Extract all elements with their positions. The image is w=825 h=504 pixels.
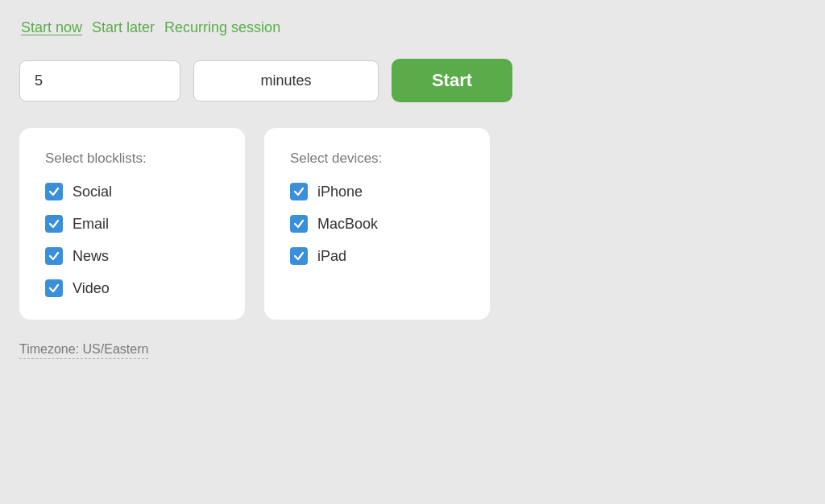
timezone-label: Timezone: US/Eastern bbox=[19, 342, 148, 359]
blocklists-list: Social Email New bbox=[45, 183, 219, 297]
page-container: Start now Start later Recurring session … bbox=[0, 0, 825, 504]
checkbox-label-email: Email bbox=[73, 216, 109, 233]
checkbox-label-social: Social bbox=[73, 184, 112, 200]
checkbox-label-macbook: MacBook bbox=[317, 216, 378, 233]
checkbox-video[interactable] bbox=[45, 279, 63, 297]
checkmark-icon bbox=[48, 218, 60, 229]
devices-card: Select devices: iPhone bbox=[264, 128, 490, 320]
checkbox-label-video: Video bbox=[73, 280, 110, 297]
checkbox-social[interactable] bbox=[45, 183, 63, 200]
checkbox-label-ipad: iPad bbox=[317, 248, 346, 265]
devices-list: iPhone MacBook i bbox=[290, 183, 464, 265]
list-item[interactable]: News bbox=[45, 247, 219, 265]
checkmark-icon bbox=[48, 283, 60, 294]
duration-row: minutes Start bbox=[19, 59, 806, 102]
checkbox-iphone[interactable] bbox=[290, 183, 308, 200]
cards-row: Select blocklists: Social bbox=[19, 128, 806, 320]
list-item[interactable]: iPad bbox=[290, 247, 464, 265]
checkmark-icon bbox=[293, 250, 305, 262]
checkbox-email[interactable] bbox=[45, 215, 63, 233]
checkbox-macbook[interactable] bbox=[290, 215, 308, 233]
devices-title: Select devices: bbox=[290, 151, 464, 167]
list-item[interactable]: Social bbox=[45, 183, 219, 200]
list-item[interactable]: MacBook bbox=[290, 215, 464, 233]
checkmark-icon bbox=[293, 218, 305, 229]
duration-input[interactable] bbox=[19, 60, 180, 101]
tab-recurring-session[interactable]: Recurring session bbox=[163, 16, 282, 39]
checkmark-icon bbox=[293, 186, 305, 197]
unit-display: minutes bbox=[193, 60, 379, 101]
checkbox-label-news: News bbox=[73, 248, 109, 265]
checkbox-news[interactable] bbox=[45, 247, 63, 265]
checkbox-label-iphone: iPhone bbox=[317, 184, 363, 200]
checkbox-ipad[interactable] bbox=[290, 247, 308, 265]
blocklists-title: Select blocklists: bbox=[45, 151, 219, 167]
timezone-row: Timezone: US/Eastern bbox=[19, 342, 806, 359]
list-item[interactable]: iPhone bbox=[290, 183, 464, 200]
blocklists-card: Select blocklists: Social bbox=[19, 128, 245, 320]
tab-start-now[interactable]: Start now bbox=[19, 16, 84, 39]
list-item[interactable]: Email bbox=[45, 215, 219, 233]
checkmark-icon bbox=[48, 250, 60, 262]
tab-start-later[interactable]: Start later bbox=[90, 16, 156, 39]
tab-navigation: Start now Start later Recurring session bbox=[19, 16, 806, 39]
list-item[interactable]: Video bbox=[45, 279, 219, 297]
checkmark-icon bbox=[48, 186, 60, 197]
start-button[interactable]: Start bbox=[392, 59, 512, 102]
